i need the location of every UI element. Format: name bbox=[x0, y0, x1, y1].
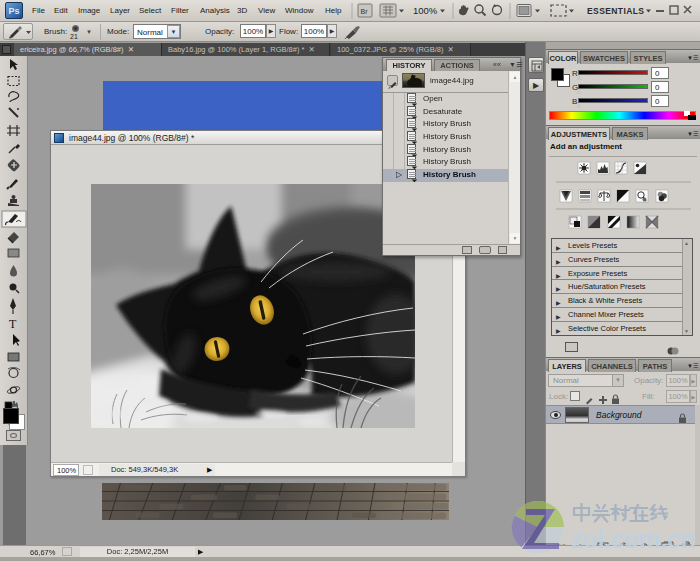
svg-text:Br: Br bbox=[361, 8, 369, 15]
svg-text:ESSENTIALS: ESSENTIALS bbox=[587, 6, 644, 16]
svg-text:T: T bbox=[9, 317, 17, 331]
svg-text:100%: 100% bbox=[413, 5, 438, 16]
svg-text:zol.com.cn: zol.com.cn bbox=[571, 525, 695, 553]
